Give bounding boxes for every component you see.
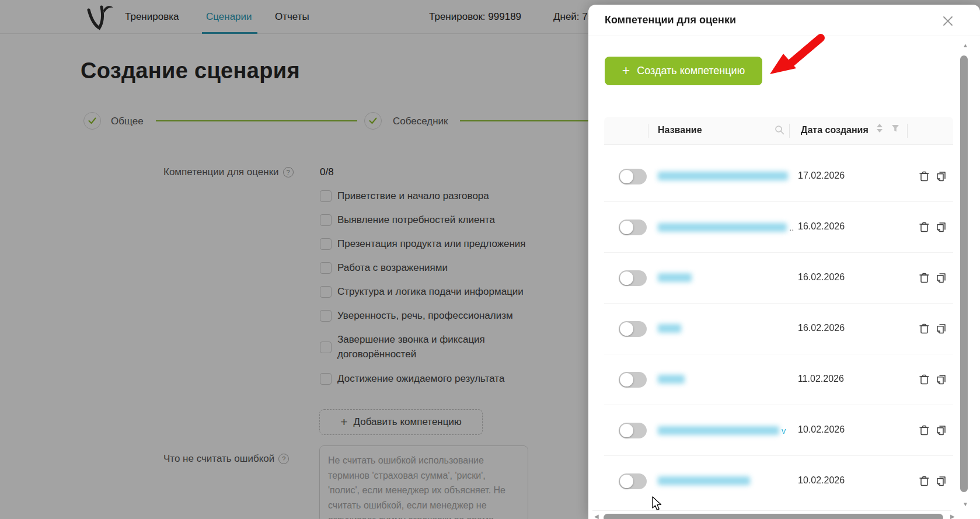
copy-icon[interactable]: [934, 475, 948, 489]
delete-icon[interactable]: [917, 221, 931, 235]
copy-icon[interactable]: [934, 221, 948, 235]
table-row: v 10.02.2026: [604, 405, 953, 456]
copy-icon[interactable]: [934, 170, 948, 184]
redacted-name: [658, 172, 788, 180]
row-date: 17.02.2026: [798, 170, 845, 181]
competency-name-link[interactable]: [658, 375, 687, 384]
table-row: 17.02.2026: [604, 151, 953, 202]
scroll-left-arrow[interactable]: ◀: [594, 513, 599, 519]
redacted-name: [658, 273, 692, 282]
table-row: 11.02.2026: [604, 354, 953, 405]
toggle-knob: [620, 424, 633, 437]
competency-name-link[interactable]: [658, 476, 752, 485]
competency-name-link[interactable]: [658, 324, 683, 333]
column-divider: [789, 124, 790, 138]
redacted-name: [658, 426, 779, 435]
redacted-name: [658, 375, 685, 384]
competency-name-link[interactable]: ..: [658, 222, 794, 232]
copy-icon[interactable]: [934, 322, 948, 336]
table-row: 10.02.2026: [604, 456, 953, 507]
annotation-arrow: [758, 28, 828, 83]
panel-title: Компетенции для оценки: [605, 14, 736, 26]
row-date: 11.02.2026: [798, 374, 844, 384]
toggle-knob: [620, 271, 633, 285]
competencies-panel: Компетенции для оценки + Создать компете…: [588, 5, 980, 519]
copy-icon[interactable]: [934, 424, 948, 438]
copy-icon[interactable]: [934, 373, 948, 387]
search-icon[interactable]: [775, 125, 784, 135]
delete-icon[interactable]: [917, 170, 931, 184]
toggle-knob: [620, 373, 633, 386]
toggle-knob: [620, 170, 633, 183]
redacted-name: [658, 223, 787, 232]
column-divider: [648, 124, 648, 138]
toggle-knob: [620, 475, 633, 488]
redacted-name: [658, 324, 681, 333]
competency-name-link[interactable]: [658, 273, 694, 282]
column-header-name: Название: [658, 125, 702, 135]
toggle-knob: [620, 322, 633, 336]
vertical-scrollbar-thumb[interactable]: [960, 55, 968, 492]
scroll-down-arrow[interactable]: ▼: [960, 501, 971, 507]
table-header: Название Дата создания: [604, 117, 953, 145]
toggle-knob: [620, 221, 633, 234]
toggle-switch[interactable]: [619, 169, 647, 184]
row-date: 16.02.2026: [798, 323, 845, 333]
delete-icon[interactable]: [917, 373, 931, 387]
toggle-switch[interactable]: [619, 270, 647, 286]
toggle-switch[interactable]: [619, 473, 647, 489]
competency-name-link[interactable]: [658, 172, 790, 180]
scroll-right-arrow[interactable]: ▶: [950, 513, 955, 519]
copy-icon[interactable]: [934, 271, 948, 285]
toggle-switch[interactable]: [619, 220, 647, 235]
column-divider: [907, 124, 908, 138]
create-competency-label: Создать компетенцию: [637, 65, 745, 77]
filter-icon[interactable]: [891, 124, 899, 133]
delete-icon[interactable]: [917, 322, 931, 336]
sort-icon[interactable]: [877, 124, 883, 133]
name-suffix: v: [782, 426, 786, 436]
delete-icon[interactable]: [917, 424, 931, 438]
close-icon[interactable]: [941, 15, 954, 27]
toggle-switch[interactable]: [619, 321, 647, 337]
divider: [592, 510, 951, 511]
create-competency-button[interactable]: + Создать компетенцию: [605, 57, 762, 85]
table-row: 16.02.2026: [604, 304, 953, 354]
plus-icon: +: [622, 63, 630, 79]
delete-icon[interactable]: [917, 271, 931, 285]
toggle-switch[interactable]: [619, 372, 647, 388]
redacted-name: [658, 476, 750, 485]
scroll-up-arrow[interactable]: ▲: [960, 42, 971, 48]
table-row: .. 16.02.2026: [604, 202, 953, 253]
horizontal-scrollbar-thumb[interactable]: [604, 514, 943, 519]
table-row: 16.02.2026: [604, 253, 953, 304]
panel-header: Компетенции для оценки: [588, 5, 980, 36]
row-date: 10.02.2026: [798, 424, 845, 435]
column-header-date: Дата создания: [801, 125, 869, 135]
competency-name-link[interactable]: v: [658, 426, 786, 436]
row-date: 16.02.2026: [798, 272, 845, 283]
toggle-switch[interactable]: [619, 423, 647, 438]
row-date: 10.02.2026: [798, 475, 845, 486]
name-suffix: ..: [789, 222, 794, 232]
row-date: 16.02.2026: [798, 221, 845, 232]
delete-icon[interactable]: [917, 475, 931, 489]
competencies-table-rows: 17.02.2026 .. 16.02.2026 16.02.2026 16.0…: [604, 151, 953, 507]
